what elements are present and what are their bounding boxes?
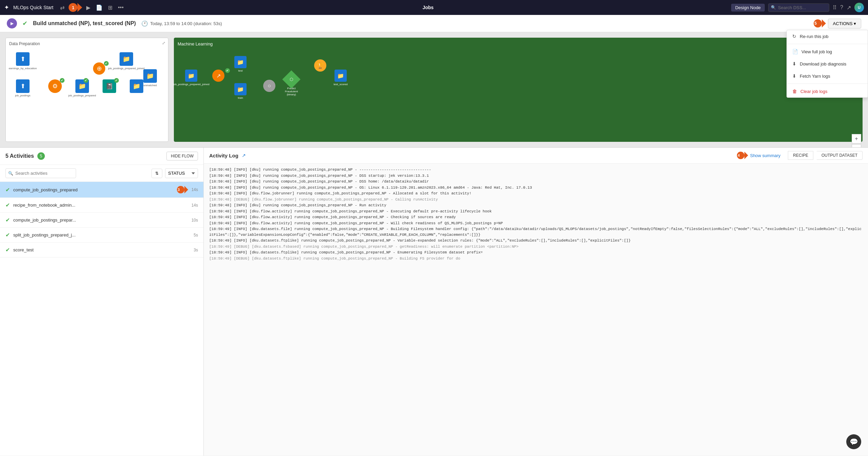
ml-node-share-badge: ✔ [225, 68, 230, 73]
ml-panel: Machine Learning ⤢ 📁 job_postings_prepar… [174, 38, 863, 142]
node-jp-prepared-badge: ✔ [84, 78, 88, 83]
actions-button-wrapper[interactable]: 5 ACTIONS ▾ [814, 19, 861, 28]
ml-node-train[interactable]: 📁 train [230, 83, 251, 99]
actions-button[interactable]: ACTIONS ▾ [828, 19, 861, 28]
status-select[interactable]: STATUS SUCCESS FAILED [165, 168, 198, 178]
job-success-icon: ✔ [22, 20, 28, 27]
search-input[interactable] [768, 3, 829, 12]
activity-item[interactable]: ✔ score_test 3s [0, 243, 203, 258]
node-join-box: ⊕ [93, 62, 105, 75]
ml-node-trophy-box: 🏆 [314, 59, 326, 72]
step3-arrow [184, 186, 188, 193]
ml-node-test-scored[interactable]: 📁 test_scored [330, 70, 351, 86]
job-header-area: ▶ ✔ Build unmatched (NP), test_scored (N… [0, 15, 868, 32]
ml-node-test[interactable]: 📁 test [230, 56, 251, 72]
hide-flow-button[interactable]: HIDE FLOW [166, 152, 198, 160]
nav-center: Jobs [128, 5, 728, 10]
avatar[interactable]: U [854, 3, 864, 12]
ml-node-gray[interactable]: ○ [259, 80, 279, 93]
ml-node-share-box: ↗ [212, 70, 224, 82]
nav-right: Design Node 🔍 ⠿ ? ↗ U [731, 3, 864, 12]
ml-node-joined[interactable]: 📁 job_postings_prepared_joined [181, 70, 201, 86]
node-join-badge: ✔ [104, 61, 109, 66]
node-earnings-label: earnings_by_education [9, 67, 37, 70]
view-full-log-item[interactable]: 📄 View full job log [787, 45, 868, 58]
ml-node-share[interactable]: ↗ ✔ [208, 70, 229, 83]
node-notebook-badge: ✔ [114, 78, 119, 83]
ml-node-predict-box: ⬡ [282, 70, 301, 89]
output-dataset-tab-button[interactable]: OUTPUT DATASET [817, 151, 863, 160]
activity-item[interactable]: ✔ recipe_from_notebook_admin... 14s [0, 198, 203, 213]
step5-badge: 5 [814, 19, 822, 27]
data-prep-title: Data Preparation [9, 41, 165, 46]
node-connector1[interactable]: ⚙ ✔ [45, 79, 65, 94]
activity-name: recipe_from_notebook_admin... [13, 203, 188, 208]
ml-node-gray-box: ○ [263, 80, 275, 92]
ml-node-joined-label: job_postings_prepared_joined [173, 83, 209, 86]
ml-node-trophy[interactable]: 🏆 [310, 59, 330, 73]
log-title: Activity Log [209, 153, 238, 158]
activity-search-input[interactable] [5, 168, 76, 178]
file-icon[interactable]: 📄 [94, 3, 104, 12]
ml-node-joined-box: 📁 [185, 70, 197, 82]
activity-success-icon: ✔ [5, 232, 10, 238]
recipe-tab-button[interactable]: RECIPE [788, 151, 813, 160]
rerun-job-item[interactable]: ↻ Re-run this job [787, 30, 868, 42]
filter-button[interactable]: ⇅ [151, 169, 162, 178]
data-prep-panel: Data Preparation ⤢ ⬆ earnings_by_educati… [5, 38, 168, 142]
ml-node-predict[interactable]: ⬡ Predict Fraudulent (binary) [281, 73, 302, 96]
node-join[interactable]: ⊕ ✔ [89, 62, 109, 76]
log-line: [18:59:49] [DEBUG] [dku.datasets.fsbased… [209, 244, 863, 250]
menu-divider-1 [787, 44, 868, 44]
activity-search-icon: 🔍 [8, 171, 13, 176]
log-line: [18:59:49] [INFO] [dku.datasets.ftplike]… [209, 238, 863, 244]
node-jp-joined-top[interactable]: 📁 job_postings_prepared_joined [116, 52, 137, 70]
step4-arrow [744, 152, 748, 159]
activities-header: 5 Activities 5 HIDE FLOW [0, 148, 203, 165]
activity-item[interactable]: ✔ split_job_postings_prepared_j... 5s [0, 228, 203, 243]
zoom-out-button[interactable]: − [852, 144, 861, 148]
job-header: ▶ ✔ Build unmatched (NP), test_scored (N… [0, 15, 868, 32]
clear-logs-label: Clear job logs [800, 89, 828, 94]
expand-data-prep-icon[interactable]: ⤢ [162, 41, 165, 45]
node-jp-prepared[interactable]: 📁 ✔ job_postings_prepared [72, 79, 92, 97]
play-job-button[interactable]: ▶ [7, 18, 17, 28]
chat-button[interactable]: 💬 [846, 434, 861, 449]
file-log-icon: 📄 [792, 49, 798, 54]
node-job-postings-box: ⬆ [16, 79, 30, 93]
play-icon[interactable]: ▶ [85, 3, 92, 12]
node-jp-prepared-label: job_postings_prepared [68, 94, 96, 97]
node-notebook[interactable]: 📓 ✔ [99, 79, 120, 94]
activity-list: ✔ compute_job_postings_prepared 3 14s ✔ … [0, 182, 203, 456]
activity-item[interactable]: ✔ compute_job_postings_prepared 3 14s [0, 182, 203, 198]
help-icon[interactable]: ? [840, 4, 843, 11]
log-content: [18:59:48] [INFO] [dku] running compute_… [204, 164, 868, 456]
trash-icon: 🗑 [792, 89, 797, 94]
node-unmatched[interactable]: 📁 unmatched [140, 69, 160, 87]
node-job-postings[interactable]: ⬆ job_postings [13, 79, 33, 97]
fetch-yarn-item[interactable]: ⬇ Fetch Yarn logs [787, 70, 868, 82]
activities-title: 5 Activities [5, 153, 34, 159]
external-link-icon[interactable]: ↗ [242, 153, 246, 158]
grid-icon[interactable]: ⊞ [107, 3, 114, 12]
activities-count-badge: 5 [37, 152, 45, 160]
zoom-in-button[interactable]: + [852, 134, 861, 144]
step4-badge: 4 [737, 152, 744, 159]
more-icon[interactable]: ••• [116, 3, 125, 12]
design-node-button[interactable]: Design Node [731, 4, 765, 12]
step5-arrow [822, 19, 826, 27]
clear-logs-item[interactable]: 🗑 Clear job logs [787, 85, 868, 97]
show-summary-button[interactable]: Show summary [750, 153, 781, 158]
job-time: 🕐 Today, 13:59 to 14:00 (duration: 53s) [141, 20, 222, 27]
activity-duration: 5s [194, 233, 198, 238]
search-filter-row: 🔍 ⇅ STATUS SUCCESS FAILED [0, 165, 203, 182]
activity-item[interactable]: ✔ compute_job_postings_prepar... 10s [0, 213, 203, 228]
ml-node-test-scored-label: test_scored [333, 83, 347, 86]
log-panel: Activity Log ↗ 4 Show summary RECIPE OUT… [204, 148, 868, 456]
download-diagnosis-label: Download job diagnosis [800, 61, 846, 66]
node-earnings[interactable]: ⬆ earnings_by_education [13, 52, 33, 70]
grid-apps-icon[interactable]: ⠿ [833, 4, 837, 11]
external-link-icon[interactable]: ↗ [847, 4, 851, 11]
share-icon[interactable]: ⇄ [59, 3, 66, 12]
download-diagnosis-item[interactable]: ⬇ Download job diagnosis [787, 58, 868, 70]
